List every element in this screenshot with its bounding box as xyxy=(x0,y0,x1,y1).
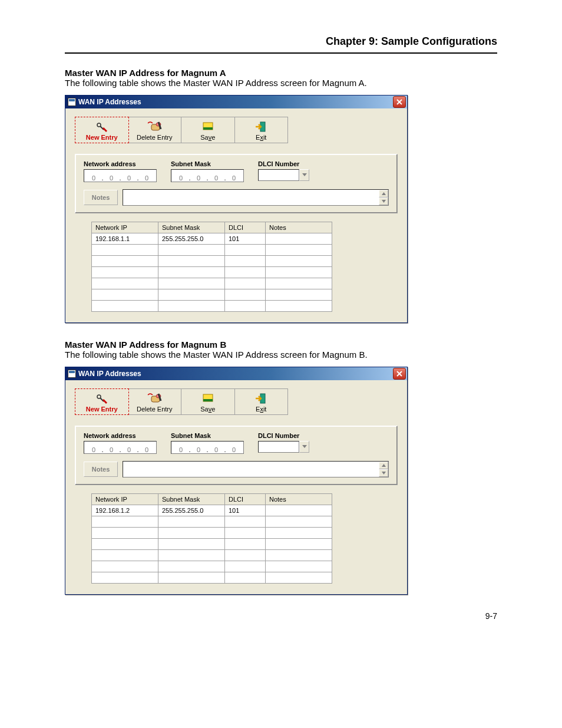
cell-network-ip: 192.168.1.1 xyxy=(92,233,158,245)
notes-scroll-down[interactable] xyxy=(379,197,388,205)
network-address-label: Network address xyxy=(84,160,157,167)
save-button[interactable]: Save xyxy=(181,117,235,143)
exit-icon xyxy=(254,120,267,134)
toolbar: New Entry Delete Entry Save xyxy=(75,117,288,143)
network-address-input[interactable]: 0. 0. 0. 0 xyxy=(84,169,157,182)
new-entry-label: New Entry xyxy=(86,406,118,413)
table-row[interactable] xyxy=(92,539,332,550)
wan-ip-window-b: WAN IP Addresses New Entry Delete En xyxy=(65,367,408,595)
save-label: Save xyxy=(200,134,215,141)
exit-label: Exit xyxy=(256,406,266,413)
window-icon xyxy=(68,98,76,106)
save-button[interactable]: Save xyxy=(181,389,235,414)
cell-subnet-mask: 255.255.255.0 xyxy=(158,233,225,245)
notes-scroll-up[interactable] xyxy=(379,190,388,197)
svg-rect-5 xyxy=(203,127,213,130)
table-row[interactable] xyxy=(92,572,332,584)
titlebar: WAN IP Addresses xyxy=(65,367,407,380)
delete-entry-button[interactable]: Delete Entry xyxy=(128,389,182,414)
table-row[interactable] xyxy=(92,516,332,528)
col-network-ip: Network IP xyxy=(92,222,158,233)
delete-entry-button[interactable]: Delete Entry xyxy=(128,117,182,143)
dlci-number-input[interactable] xyxy=(258,169,299,181)
notes-scroll-up[interactable] xyxy=(379,462,388,469)
table-row[interactable]: 192.168.1.1 255.255.255.0 101 xyxy=(92,233,332,245)
table-row[interactable] xyxy=(92,528,332,539)
table-row[interactable] xyxy=(92,278,332,289)
subnet-mask-input[interactable]: 0. 0. 0. 0 xyxy=(171,441,244,454)
wan-ip-window-a: WAN IP Addresses New Entry Delete En xyxy=(65,95,408,323)
close-icon xyxy=(396,371,402,377)
cell-dlci: 101 xyxy=(225,233,266,245)
save-icon xyxy=(202,391,214,406)
table-row[interactable] xyxy=(92,550,332,561)
notes-scroll-down[interactable] xyxy=(379,469,388,477)
table-row[interactable] xyxy=(92,245,332,256)
delete-entry-icon xyxy=(147,391,162,406)
close-icon xyxy=(396,99,402,105)
cell-subnet-mask: 255.255.255.0 xyxy=(158,505,225,516)
section-a-desc: The following table shows the Master WAN… xyxy=(65,78,497,88)
entries-table: Network IP Subnet Mask DLCI Notes 192.16… xyxy=(91,493,332,584)
new-entry-label: New Entry xyxy=(86,134,118,141)
section-b-heading: Master WAN IP Address for Magnum B xyxy=(65,340,497,350)
exit-button[interactable]: Exit xyxy=(235,389,288,414)
save-icon xyxy=(202,120,214,134)
cell-notes xyxy=(266,505,332,516)
dlci-dropdown-button[interactable] xyxy=(299,441,309,453)
fields-panel: Network address 0. 0. 0. 0 Subnet Mask 0… xyxy=(75,154,398,213)
chevron-down-icon xyxy=(302,173,307,177)
new-entry-icon xyxy=(95,120,108,134)
cell-network-ip: 192.168.1.2 xyxy=(92,505,158,516)
svg-rect-12 xyxy=(203,399,213,401)
exit-button[interactable]: Exit xyxy=(235,117,288,143)
window-title: WAN IP Addresses xyxy=(78,370,141,378)
exit-icon xyxy=(254,391,267,406)
table-row[interactable]: 192.168.1.2 255.255.255.0 101 xyxy=(92,505,332,516)
dlci-number-label: DLCI Number xyxy=(258,432,309,439)
network-address-input[interactable]: 0. 0. 0. 0 xyxy=(84,441,157,454)
close-button[interactable] xyxy=(393,96,406,108)
table-row[interactable] xyxy=(92,267,332,278)
new-entry-button[interactable]: New Entry xyxy=(75,117,129,143)
chevron-down-icon xyxy=(382,472,386,475)
cell-dlci: 101 xyxy=(225,505,266,516)
col-network-ip: Network IP xyxy=(92,494,158,505)
table-row[interactable] xyxy=(92,289,332,301)
subnet-mask-label: Subnet Mask xyxy=(171,160,244,167)
window-title: WAN IP Addresses xyxy=(78,98,141,106)
subnet-mask-label: Subnet Mask xyxy=(171,432,244,439)
notes-button[interactable]: Notes xyxy=(84,190,118,205)
toolbar: New Entry Delete Entry Save xyxy=(75,388,288,415)
new-entry-icon xyxy=(95,391,108,406)
fields-panel: Network address 0. 0. 0. 0 Subnet Mask 0… xyxy=(75,426,398,485)
notes-button[interactable]: Notes xyxy=(84,462,118,477)
header-divider xyxy=(65,52,497,54)
table-header-row: Network IP Subnet Mask DLCI Notes xyxy=(92,494,332,505)
chevron-down-icon xyxy=(302,445,307,449)
network-address-label: Network address xyxy=(84,432,157,439)
notes-textarea[interactable] xyxy=(123,461,389,477)
table-row[interactable] xyxy=(92,561,332,572)
dlci-number-input[interactable] xyxy=(258,441,299,453)
col-subnet-mask: Subnet Mask xyxy=(158,222,225,233)
table-row[interactable] xyxy=(92,301,332,312)
chevron-down-icon xyxy=(382,200,386,203)
entries-table: Network IP Subnet Mask DLCI Notes 192.16… xyxy=(91,222,332,312)
table-row[interactable] xyxy=(92,256,332,267)
col-subnet-mask: Subnet Mask xyxy=(158,494,225,505)
section-a-heading: Master WAN IP Address for Magnum A xyxy=(65,68,497,78)
col-notes: Notes xyxy=(266,222,332,233)
chevron-up-icon xyxy=(382,192,386,195)
titlebar: WAN IP Addresses xyxy=(65,95,407,108)
page-number: 9-7 xyxy=(65,611,497,621)
subnet-mask-input[interactable]: 0. 0. 0. 0 xyxy=(171,169,244,182)
dlci-number-label: DLCI Number xyxy=(258,160,309,167)
chevron-up-icon xyxy=(382,464,386,467)
col-notes: Notes xyxy=(266,494,332,505)
new-entry-button[interactable]: New Entry xyxy=(75,388,129,415)
close-button[interactable] xyxy=(393,368,406,380)
delete-entry-label: Delete Entry xyxy=(137,134,173,141)
notes-textarea[interactable] xyxy=(123,189,389,206)
dlci-dropdown-button[interactable] xyxy=(299,169,309,181)
